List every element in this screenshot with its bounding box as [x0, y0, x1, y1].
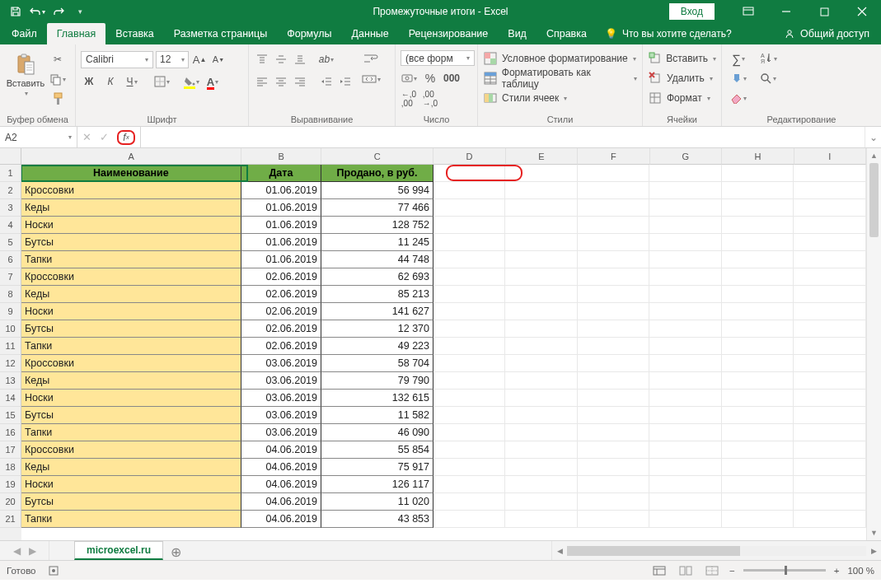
cell[interactable]: Носки [21, 217, 241, 234]
cell[interactable] [505, 476, 578, 493]
row-header[interactable]: 11 [0, 338, 21, 355]
tell-me[interactable]: 💡 Что вы хотите сделать? [605, 23, 732, 44]
cell[interactable] [578, 251, 650, 268]
zoom-level[interactable]: 100 % [847, 566, 874, 576]
column-header[interactable]: B [241, 148, 321, 165]
format-cells-button[interactable]: Формат▾ [648, 89, 716, 107]
cell[interactable]: 04.06.2019 [241, 511, 321, 528]
cell[interactable] [649, 286, 722, 303]
cell[interactable] [578, 234, 650, 251]
cell[interactable] [578, 459, 650, 476]
row-header[interactable]: 18 [0, 459, 21, 476]
sheet-nav[interactable]: ◀▶ [0, 541, 49, 560]
qat-customize[interactable]: ▾ [69, 1, 91, 22]
cell[interactable] [505, 268, 578, 286]
scroll-up-button[interactable]: ▲ [867, 148, 881, 163]
cell[interactable] [433, 424, 506, 441]
cell[interactable]: 11 020 [321, 493, 433, 511]
cell[interactable]: 128 752 [321, 217, 433, 234]
cell[interactable]: Кроссовки [21, 441, 241, 459]
cell[interactable] [578, 511, 650, 528]
cell[interactable]: Тапки [21, 251, 241, 268]
cell[interactable]: Кроссовки [21, 268, 241, 286]
increase-font-button[interactable]: A▲ [191, 51, 208, 68]
format-painter-button[interactable] [49, 91, 66, 107]
row-header[interactable]: 8 [0, 286, 21, 303]
cell[interactable]: 77 466 [321, 199, 433, 217]
cell[interactable]: 44 748 [321, 251, 433, 268]
normal-view-button[interactable] [650, 563, 668, 578]
cell[interactable]: Кеды [21, 199, 241, 217]
row-header[interactable]: 19 [0, 476, 21, 493]
cell[interactable]: 04.06.2019 [241, 476, 321, 493]
save-icon[interactable] [5, 1, 26, 22]
cell[interactable] [649, 338, 722, 355]
maximize-button[interactable] [805, 0, 843, 23]
row-header[interactable]: 3 [0, 199, 21, 217]
cell[interactable]: 58 704 [321, 355, 433, 372]
cell[interactable] [433, 286, 506, 303]
cell[interactable]: 141 627 [321, 303, 433, 320]
align-middle-button[interactable] [273, 51, 289, 68]
cell[interactable] [433, 303, 506, 320]
format-as-table-button[interactable]: Форматировать как таблицу▾ [483, 69, 637, 87]
cell[interactable] [578, 372, 650, 390]
cell[interactable] [433, 217, 506, 234]
cell[interactable] [649, 303, 722, 320]
vertical-scrollbar[interactable]: ▲ ▼ [866, 148, 881, 540]
cell[interactable] [433, 182, 506, 199]
cell[interactable] [649, 511, 722, 528]
wrap-text-button[interactable] [360, 50, 382, 67]
cell[interactable]: 75 917 [321, 459, 433, 476]
cell[interactable]: Бутсы [21, 493, 241, 511]
cell[interactable] [649, 390, 722, 407]
cell[interactable]: 03.06.2019 [241, 372, 321, 390]
cell[interactable] [722, 355, 794, 372]
row-header[interactable]: 6 [0, 251, 21, 268]
cell[interactable] [794, 441, 866, 459]
table-header-cell[interactable]: Наименование [21, 165, 241, 182]
align-top-button[interactable] [254, 51, 270, 68]
cell[interactable] [794, 390, 866, 407]
cell[interactable] [722, 372, 794, 390]
scroll-right-button[interactable]: ▶ [866, 547, 881, 555]
cell[interactable] [722, 424, 794, 441]
cell[interactable] [505, 372, 578, 390]
chevron-left-icon[interactable]: ◀ [13, 545, 21, 557]
cell[interactable]: Тапки [21, 424, 241, 441]
expand-formula-bar-button[interactable]: ⌄ [865, 127, 881, 147]
conditional-formatting-button[interactable]: Условное форматирование▾ [483, 49, 637, 68]
tab-insert[interactable]: Вставка [105, 23, 163, 44]
cell[interactable] [433, 441, 506, 459]
cell[interactable] [578, 390, 650, 407]
cell[interactable]: 01.06.2019 [241, 199, 321, 217]
cell[interactable] [433, 407, 506, 424]
tab-data[interactable]: Данные [342, 23, 399, 44]
ribbon-options-icon[interactable] [729, 0, 767, 23]
decrease-font-button[interactable]: A▼ [210, 51, 227, 68]
cell[interactable]: 01.06.2019 [241, 217, 321, 234]
cell[interactable]: 62 693 [321, 268, 433, 286]
cell[interactable] [578, 286, 650, 303]
scroll-down-button[interactable]: ▼ [867, 525, 881, 540]
cell[interactable] [722, 476, 794, 493]
cell-styles-button[interactable]: Стили ячеек▾ [483, 89, 637, 107]
cell[interactable] [794, 476, 866, 493]
cell[interactable] [505, 459, 578, 476]
row-header[interactable]: 10 [0, 320, 21, 338]
tab-formulas[interactable]: Формулы [277, 23, 341, 44]
cell[interactable] [722, 268, 794, 286]
tab-review[interactable]: Рецензирование [399, 23, 499, 44]
cell[interactable]: Кеды [21, 372, 241, 390]
cell[interactable] [794, 268, 866, 286]
column-header[interactable]: C [321, 148, 433, 165]
cell[interactable]: 02.06.2019 [241, 286, 321, 303]
column-header[interactable]: F [578, 148, 649, 165]
cell[interactable]: Тапки [21, 338, 241, 355]
cell[interactable] [794, 407, 866, 424]
tab-file[interactable]: Файл [2, 23, 47, 44]
cancel-formula-button[interactable]: ✕ [82, 131, 91, 143]
cell[interactable]: 43 853 [321, 511, 433, 528]
orientation-button[interactable]: ab▾ [318, 51, 335, 68]
align-bottom-button[interactable] [292, 51, 308, 68]
